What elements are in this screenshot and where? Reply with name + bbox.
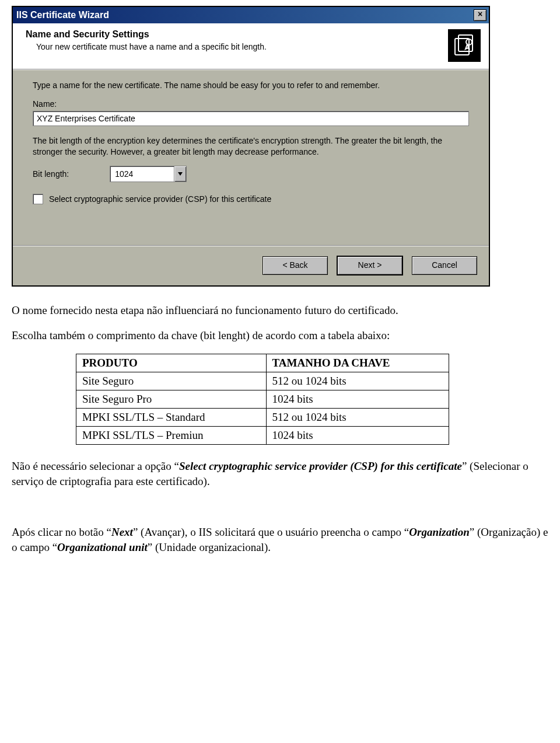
document-body: O nome fornecido nesta etapa não influen… [12,303,548,555]
back-button[interactable]: < Back [262,256,328,275]
table-header-row: PRODUTO TAMANHO DA CHAVE [76,354,449,372]
bitlength-value: 1024 [110,169,174,179]
dialog-body: Type a name for the new certificate. The… [13,69,489,210]
svg-marker-3 [178,172,183,176]
wizard-header: Name and Security Settings Your new cert… [13,23,489,69]
close-icon: × [478,9,482,19]
paragraph-3: Não é necessário selecionar a opção “Sel… [12,459,548,489]
bitlength-select[interactable]: 1024 [110,166,187,182]
table-row: MPKI SSL/TLS – Standard 512 ou 1024 bits [76,408,449,426]
csp-label: Select cryptographic service provider (C… [49,194,271,204]
paragraph-4: Após clicar no botão “Next” (Avançar), o… [12,525,548,554]
wizard-header-desc: Your new certificate must have a name an… [26,42,267,51]
table-row: MPKI SSL/TLS – Premiun 1024 bits [76,426,449,444]
cancel-button[interactable]: Cancel [412,256,477,275]
name-label: Name: [33,99,469,109]
titlebar: IIS Certificate Wizard × [13,7,489,23]
button-bar: < Back Next > Cancel [13,245,489,285]
chevron-down-icon [174,166,186,182]
paragraph-1: O nome fornecido nesta etapa não influen… [12,303,548,318]
table-header-produto: PRODUTO [76,354,267,372]
bits-description: The bit length of the encryption key det… [33,135,469,158]
paragraph-2: Escolha também o comprimento da chave (b… [12,328,548,343]
table-row: Site Seguro 512 ou 1024 bits [76,372,449,390]
bitlength-label: Bit length: [33,169,69,179]
wizard-header-title: Name and Security Settings [26,29,267,40]
certificate-icon [448,29,481,62]
table-header-tamanho: TAMANHO DA CHAVE [266,354,449,372]
dialog-title: IIS Certificate Wizard [16,10,109,20]
iis-wizard-dialog: IIS Certificate Wizard × Name and Securi… [12,6,490,287]
key-size-table: PRODUTO TAMANHO DA CHAVE Site Seguro 512… [76,354,449,445]
name-input[interactable] [33,111,469,126]
table-row: Site Seguro Pro 1024 bits [76,390,449,408]
next-button[interactable]: Next > [337,256,402,275]
name-instructions: Type a name for the new certificate. The… [33,80,469,91]
close-button[interactable]: × [474,9,487,21]
csp-checkbox[interactable] [33,194,43,204]
